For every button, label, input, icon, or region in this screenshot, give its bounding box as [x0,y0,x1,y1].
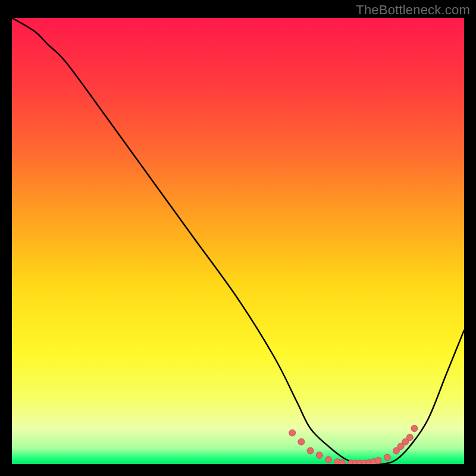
curve-marker [384,454,390,461]
curve-marker [298,439,305,445]
curve-marker [375,458,381,464]
chart-frame: TheBottleneck.com [0,0,476,476]
chart-svg [12,18,464,464]
curve-marker [316,452,322,459]
curve-marker [307,447,314,454]
curve-marker [411,425,418,432]
plot-area [12,18,464,464]
curve-marker [325,456,332,463]
attribution-label: TheBottleneck.com [356,2,470,18]
gradient-background [12,18,464,464]
curve-marker [289,430,296,436]
curve-marker [339,459,345,464]
curve-marker [406,434,413,441]
